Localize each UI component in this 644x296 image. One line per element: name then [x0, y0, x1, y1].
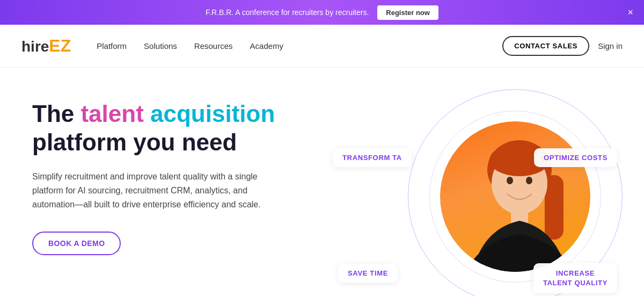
logo-hire: hire: [21, 38, 49, 55]
nav-link-solutions[interactable]: Solutions: [144, 41, 177, 50]
nav-left: hire EZ Platform Solutions Resources Aca…: [21, 36, 283, 56]
banner-text: F.R.B.R. A conference for recruiters by …: [206, 8, 369, 17]
navbar: hire EZ Platform Solutions Resources Aca…: [0, 25, 644, 68]
nav-item-resources[interactable]: Resources: [194, 41, 233, 51]
top-banner: F.R.B.R. A conference for recruiters by …: [0, 0, 644, 25]
nav-links: Platform Solutions Resources Academy: [97, 41, 283, 51]
nav-link-academy[interactable]: Academy: [250, 41, 284, 50]
register-now-button[interactable]: Register now: [377, 5, 438, 20]
nav-item-academy[interactable]: Academy: [250, 41, 284, 51]
svg-point-3: [507, 177, 513, 184]
nav-right: CONTACT SALES Sign in: [502, 36, 623, 56]
svg-rect-1: [545, 175, 564, 240]
hero-left: The talent acquisition platform you need…: [32, 95, 333, 255]
svg-point-4: [526, 177, 532, 184]
heading-acquisition: acquisition: [144, 100, 275, 127]
logo[interactable]: hire EZ: [21, 36, 71, 56]
hero-section: The talent acquisition platform you need…: [0, 68, 644, 296]
label-optimize-costs: OPTIMIZE COSTS: [534, 148, 617, 167]
nav-item-solutions[interactable]: Solutions: [144, 41, 177, 51]
transform-ta-text: TRANSFORM TA: [342, 154, 402, 162]
nav-link-resources[interactable]: Resources: [194, 41, 233, 50]
person-image: [440, 121, 590, 272]
save-time-text: SAVE TIME: [348, 269, 388, 277]
book-demo-button[interactable]: BOOK A DEMO: [32, 232, 121, 255]
label-save-time: SAVE TIME: [338, 264, 398, 283]
hero-subtext: Simplify recruitment and improve talent …: [32, 170, 290, 212]
optimize-costs-text: OPTIMIZE COSTS: [544, 154, 608, 162]
signin-link[interactable]: Sign in: [598, 41, 623, 50]
banner-close-button[interactable]: ×: [627, 7, 633, 18]
nav-item-platform[interactable]: Platform: [97, 41, 127, 51]
contact-sales-button[interactable]: CONTACT SALES: [502, 36, 589, 56]
hero-heading: The talent acquisition platform you need: [32, 100, 333, 157]
heading-the: The: [32, 100, 80, 127]
heading-talent: talent: [80, 100, 143, 127]
heading-line2: platform you need: [32, 129, 237, 155]
increase-talent-text: INCREASETALENT QUALITY: [543, 269, 608, 287]
label-increase-talent: INCREASETALENT QUALITY: [533, 263, 617, 293]
person-svg: [440, 121, 590, 272]
logo-ez: EZ: [49, 36, 71, 56]
label-transform-ta: TRANSFORM TA: [333, 148, 412, 167]
nav-link-platform[interactable]: Platform: [97, 41, 127, 50]
hero-right: TRANSFORM TA OPTIMIZE COSTS SAVE TIME IN…: [333, 95, 612, 296]
